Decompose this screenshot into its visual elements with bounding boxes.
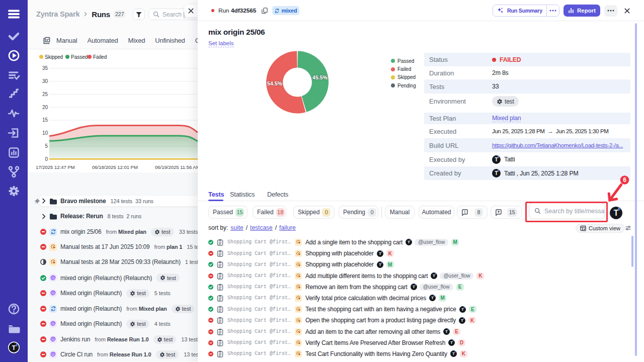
- svg-text:54.5%: 54.5%: [267, 80, 282, 86]
- svg-text:Failed: Failed: [93, 54, 107, 60]
- svg-text:15: 15: [42, 117, 48, 123]
- svg-text:20: 20: [42, 105, 48, 110]
- svg-text:45.5%: 45.5%: [312, 74, 328, 80]
- svg-text:06/19/2025 11:56 AM: 06/19/2025 11:56 AM: [155, 164, 198, 170]
- svg-text:17/2025 12:47 PM: 17/2025 12:47 PM: [36, 164, 75, 170]
- svg-text:25: 25: [42, 92, 48, 97]
- svg-text:5: 5: [45, 143, 48, 149]
- svg-text:10: 10: [42, 130, 48, 136]
- svg-text:06/18/2025 12:01 PM: 06/18/2025 12:01 PM: [92, 164, 138, 170]
- svg-text:T: T: [12, 344, 16, 351]
- svg-text:Skipped: Skipped: [45, 54, 63, 60]
- svg-text:30: 30: [42, 78, 48, 84]
- svg-text:0: 0: [45, 156, 48, 162]
- svg-text:Passed: Passed: [71, 54, 88, 60]
- svg-text:35: 35: [42, 65, 48, 71]
